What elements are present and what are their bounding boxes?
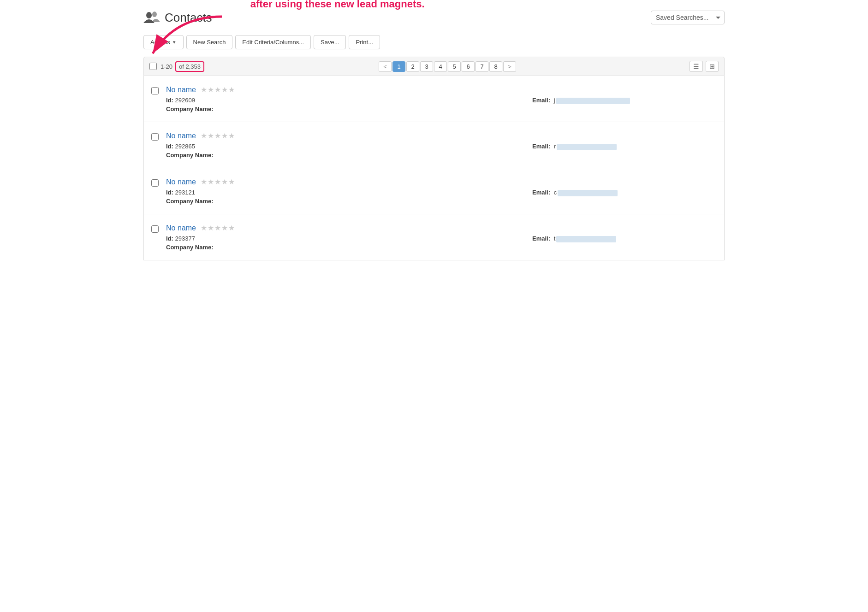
table-row: No name ★ ★ ★ ★ ★ Id: 292609 (144, 76, 724, 122)
page-title-area: Contacts (143, 9, 212, 26)
page-header: Contacts Saved Searches... (143, 9, 725, 26)
table-row: No name ★ ★ ★ ★ ★ Id: 293121 (144, 168, 724, 214)
page-3-button[interactable]: 3 (420, 61, 433, 72)
contact-name[interactable]: No name (166, 86, 196, 94)
contact-id-line: Id: 292865 (166, 143, 214, 150)
contact-detail-left: Id: 292609 Company Name: (166, 97, 214, 112)
contact-details: Id: 293121 Company Name: Email: c (166, 189, 717, 205)
page-2-button[interactable]: 2 (406, 61, 419, 72)
contact-name[interactable]: No name (166, 132, 196, 140)
contacts-icon (143, 9, 160, 26)
contact-details: Id: 292865 Company Name: Email: r (166, 143, 717, 159)
contact-info: No name ★ ★ ★ ★ ★ Id: 292609 (166, 85, 717, 112)
actions-button[interactable]: Actions ▼ (143, 35, 184, 49)
contact-detail-left: Id: 293121 Company Name: (166, 189, 214, 205)
contact-info: No name ★ ★ ★ ★ ★ Id: 293121 (166, 177, 717, 205)
page-prev-button[interactable]: < (379, 61, 392, 72)
edit-criteria-button[interactable]: Edit Criteria/Columns... (235, 35, 311, 49)
contact-details: Id: 292609 Company Name: Email: j (166, 97, 717, 112)
contact-detail-right: Email: t (532, 235, 717, 251)
contact-name-row: No name ★ ★ ★ ★ ★ (166, 85, 717, 94)
page-8-button[interactable]: 8 (489, 61, 502, 72)
email-redacted (558, 190, 618, 196)
pagination-bar: 1-20 of 2,353 < 1 2 3 4 5 6 7 8 > ☰ ⊞ (143, 57, 725, 76)
page-6-button[interactable]: 6 (462, 61, 475, 72)
page-title: Contacts (165, 11, 212, 25)
print-button[interactable]: Print... (349, 35, 380, 49)
star-rating[interactable]: ★ ★ ★ ★ ★ (201, 131, 235, 140)
pagination-center: < 1 2 3 4 5 6 7 8 > (379, 61, 516, 72)
contact-id-line: Id: 293121 (166, 189, 214, 196)
contact-company-line: Company Name: (166, 198, 214, 205)
contact-company-line: Company Name: (166, 244, 214, 251)
contact-company-line: Company Name: (166, 152, 214, 159)
email-redacted (556, 236, 616, 242)
contact-email-line: Email: c (532, 189, 717, 196)
grid-view-button[interactable]: ⊞ (706, 61, 719, 72)
saved-searches-dropdown[interactable]: Saved Searches... (651, 11, 725, 24)
page-7-button[interactable]: 7 (476, 61, 488, 72)
contact-name-row: No name ★ ★ ★ ★ ★ (166, 131, 717, 140)
page-4-button[interactable]: 4 (434, 61, 447, 72)
row-checkbox[interactable] (151, 87, 159, 94)
contact-name[interactable]: No name (166, 224, 196, 232)
page-next-button[interactable]: > (503, 61, 516, 72)
contact-name-row: No name ★ ★ ★ ★ ★ (166, 177, 717, 186)
contact-detail-right: Email: j (532, 97, 717, 112)
contact-id-line: Id: 293377 (166, 235, 214, 242)
table-row: No name ★ ★ ★ ★ ★ Id: 293377 (144, 214, 724, 260)
contact-detail-left: Id: 293377 Company Name: (166, 235, 214, 251)
contact-details: Id: 293377 Company Name: Email: t (166, 235, 717, 251)
row-checkbox[interactable] (151, 225, 159, 233)
actions-dropdown-arrow: ▼ (172, 40, 177, 45)
star-rating[interactable]: ★ ★ ★ ★ ★ (201, 177, 235, 186)
contact-email-line: Email: j (532, 97, 717, 104)
row-checkbox[interactable] (151, 133, 159, 141)
contact-company-line: Company Name: (166, 106, 214, 112)
contact-detail-left: Id: 292865 Company Name: (166, 143, 214, 159)
email-redacted (556, 98, 630, 104)
contacts-list: No name ★ ★ ★ ★ ★ Id: 292609 (143, 76, 725, 260)
contact-name-row: No name ★ ★ ★ ★ ★ (166, 224, 717, 232)
contact-info: No name ★ ★ ★ ★ ★ Id: 292865 (166, 131, 717, 159)
contact-name[interactable]: No name (166, 178, 196, 186)
save-button[interactable]: Save... (314, 35, 346, 49)
pagination-info: 1-20 of 2,353 (161, 61, 205, 72)
page-1-button[interactable]: 1 (392, 61, 405, 72)
contact-detail-right: Email: c (532, 189, 717, 205)
star-rating[interactable]: ★ ★ ★ ★ ★ (201, 85, 235, 94)
contact-id-line: Id: 292609 (166, 97, 214, 104)
pagination-total-highlight: of 2,353 (175, 61, 204, 72)
pagination-right: ☰ ⊞ (690, 61, 719, 72)
svg-point-0 (146, 12, 152, 18)
pagination-left: 1-20 of 2,353 (149, 61, 205, 72)
email-redacted (557, 144, 617, 150)
svg-point-1 (152, 12, 157, 17)
new-search-button[interactable]: New Search (186, 35, 233, 49)
select-all-checkbox[interactable] (149, 63, 157, 70)
pagination-range: 1-20 (161, 63, 172, 70)
list-view-button[interactable]: ☰ (690, 61, 703, 72)
star-rating[interactable]: ★ ★ ★ ★ ★ (201, 224, 235, 232)
page-5-button[interactable]: 5 (448, 61, 461, 72)
contact-email-line: Email: r (532, 143, 717, 150)
contact-detail-right: Email: r (532, 143, 717, 159)
toolbar: Actions ▼ New Search Edit Criteria/Colum… (143, 35, 725, 49)
row-checkbox[interactable] (151, 179, 159, 187)
table-row: No name ★ ★ ★ ★ ★ Id: 292865 (144, 122, 724, 168)
contact-email-line: Email: t (532, 235, 717, 242)
contact-info: No name ★ ★ ★ ★ ★ Id: 293377 (166, 224, 717, 251)
